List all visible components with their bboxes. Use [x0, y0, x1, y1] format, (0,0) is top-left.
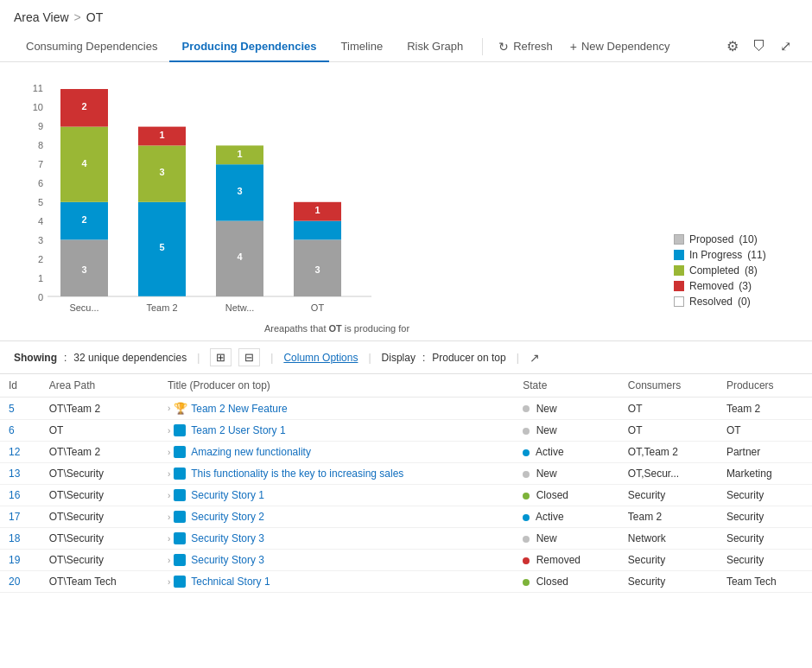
cell-title: › Security Story 2: [159, 506, 514, 528]
legend-inprogress-count: (11): [747, 249, 765, 261]
cell-title: › Security Story 3: [159, 528, 514, 550]
nav-divider: [482, 38, 483, 55]
legend-inprogress-dot: [674, 250, 684, 260]
breadcrumb-current: OT: [86, 10, 103, 24]
settings-icon[interactable]: ⚙: [720, 33, 745, 60]
legend-proposed-label: Proposed: [689, 233, 733, 245]
row-expand-chevron[interactable]: ›: [168, 448, 170, 457]
title-link[interactable]: Security Story 2: [191, 511, 264, 523]
svg-text:2: 2: [81, 101, 86, 111]
id-link[interactable]: 20: [9, 576, 20, 588]
title-link[interactable]: Security Story 3: [191, 532, 264, 544]
fullscreen-icon[interactable]: ↗: [530, 351, 540, 365]
table-row: 16 OT\Security › Security Story 1 Closed…: [0, 485, 812, 506]
cell-producers: OT: [718, 420, 812, 442]
title-link[interactable]: Amazing new functionality: [191, 446, 311, 458]
title-link[interactable]: Security Story 3: [191, 554, 264, 566]
row-expand-chevron[interactable]: ›: [168, 404, 170, 413]
cell-producers: Security: [718, 528, 812, 550]
bar-chart-container: 11 10 9 8 7 6 5 4 3 2 1 0 3 2: [17, 76, 657, 334]
id-link[interactable]: 5: [9, 403, 15, 415]
state-label: Closed: [536, 489, 568, 501]
cell-consumers: Security: [619, 485, 718, 506]
expand-icon[interactable]: ⤢: [773, 33, 798, 60]
cell-id: 16: [0, 485, 41, 506]
legend-inprogress-label: In Progress: [689, 249, 742, 261]
filter-icon[interactable]: ⛉: [745, 34, 773, 60]
cell-area-path: OT\Security: [41, 485, 159, 506]
cell-consumers: OT,Secur...: [619, 463, 718, 485]
title-link[interactable]: Team 2 New Feature: [191, 403, 287, 415]
cell-id: 18: [0, 528, 41, 550]
tab-timeline[interactable]: Timeline: [329, 31, 396, 61]
id-link[interactable]: 12: [9, 446, 20, 458]
svg-text:10: 10: [33, 102, 43, 112]
cell-area-path: OT\Team Tech: [41, 571, 159, 593]
id-link[interactable]: 17: [9, 511, 20, 523]
breadcrumb-parent[interactable]: Area View: [14, 10, 69, 24]
svg-text:1: 1: [38, 273, 43, 283]
table-row: 13 OT\Security › This functionality is t…: [0, 463, 812, 485]
id-link[interactable]: 6: [9, 424, 15, 436]
row-expand-chevron[interactable]: ›: [168, 512, 170, 522]
dependencies-table-wrap: Id Area Path Title (Producer on top) Sta…: [0, 374, 812, 593]
table-row: 6 OT › Team 2 User Story 1 New OT OT: [0, 420, 812, 442]
state-label: Active: [536, 511, 564, 523]
row-expand-chevron[interactable]: ›: [168, 426, 170, 436]
title-link[interactable]: This functionality is the key to increas…: [191, 468, 403, 480]
legend-removed: Removed (3): [674, 280, 795, 292]
cell-id: 6: [0, 420, 41, 442]
cell-state: Closed: [514, 485, 619, 506]
legend-inprogress: In Progress (11): [674, 249, 795, 261]
id-link[interactable]: 16: [9, 489, 20, 501]
id-link[interactable]: 13: [9, 468, 20, 480]
tab-consuming[interactable]: Consuming Dependencies: [14, 31, 169, 61]
cell-consumers: OT,Team 2: [619, 442, 718, 463]
state-label: Removed: [536, 554, 580, 566]
cell-state: Active: [514, 442, 619, 463]
tab-navigation: Consuming Dependencies Producing Depende…: [0, 31, 812, 62]
row-expand-chevron[interactable]: ›: [168, 534, 170, 544]
column-options-button[interactable]: Column Options: [283, 352, 358, 364]
cell-state: Active: [514, 506, 619, 528]
title-link[interactable]: Technical Story 1: [191, 576, 270, 588]
svg-text:4: 4: [81, 158, 87, 169]
cell-state: New: [514, 528, 619, 550]
title-link[interactable]: Security Story 1: [191, 489, 264, 501]
collapse-rows-button[interactable]: ⊟: [238, 348, 260, 366]
cell-consumers: Team 2: [619, 506, 718, 528]
id-link[interactable]: 18: [9, 532, 20, 544]
row-expand-chevron[interactable]: ›: [168, 556, 170, 565]
state-dot: [523, 428, 530, 435]
expand-rows-button[interactable]: ⊞: [210, 348, 232, 366]
cell-consumers: OT: [619, 420, 718, 442]
state-label: New: [536, 532, 557, 544]
legend-removed-dot: [674, 281, 684, 291]
svg-text:OT: OT: [311, 302, 325, 313]
showing-bar: Showing : 32 unique dependencies | ⊞ ⊟ |…: [0, 340, 812, 374]
svg-text:5: 5: [38, 197, 43, 207]
row-expand-chevron[interactable]: ›: [168, 469, 170, 479]
svg-text:4: 4: [38, 216, 43, 226]
refresh-button[interactable]: ↻ Refresh: [490, 35, 561, 59]
new-dependency-button[interactable]: + New Dependency: [561, 35, 679, 59]
cell-producers: Team 2: [718, 398, 812, 420]
state-dot: [523, 579, 530, 586]
state-dot: [523, 449, 530, 456]
svg-text:11: 11: [33, 83, 43, 93]
legend-completed-dot: [674, 265, 684, 276]
cell-producers: Marketing: [718, 463, 812, 485]
title-link[interactable]: Team 2 User Story 1: [191, 424, 285, 436]
cell-id: 13: [0, 463, 41, 485]
bar-ot-inprogress[interactable]: [294, 221, 341, 240]
row-expand-chevron[interactable]: ›: [168, 491, 170, 500]
tab-risk-graph[interactable]: Risk Graph: [395, 31, 475, 61]
svg-text:Netw...: Netw...: [225, 302, 255, 313]
state-dot: [523, 536, 530, 543]
row-expand-chevron[interactable]: ›: [168, 577, 170, 587]
tab-producing[interactable]: Producing Dependencies: [169, 31, 328, 61]
id-link[interactable]: 19: [9, 554, 20, 566]
cell-title: › Security Story 1: [159, 485, 514, 506]
state-dot: [523, 405, 530, 412]
legend-completed-count: (8): [745, 264, 758, 277]
